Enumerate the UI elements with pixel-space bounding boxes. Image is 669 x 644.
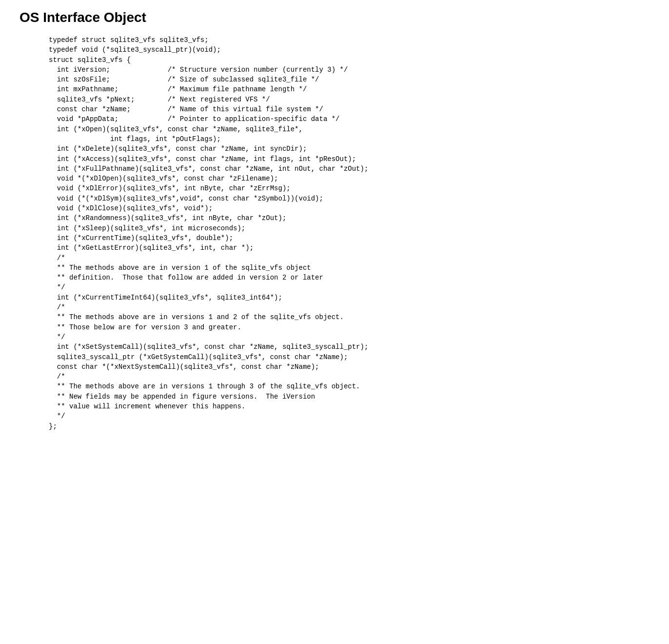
code-content: typedef struct sqlite3_vfs sqlite3_vfs; … — [20, 35, 649, 431]
page-title: OS Interface Object — [20, 10, 649, 25]
